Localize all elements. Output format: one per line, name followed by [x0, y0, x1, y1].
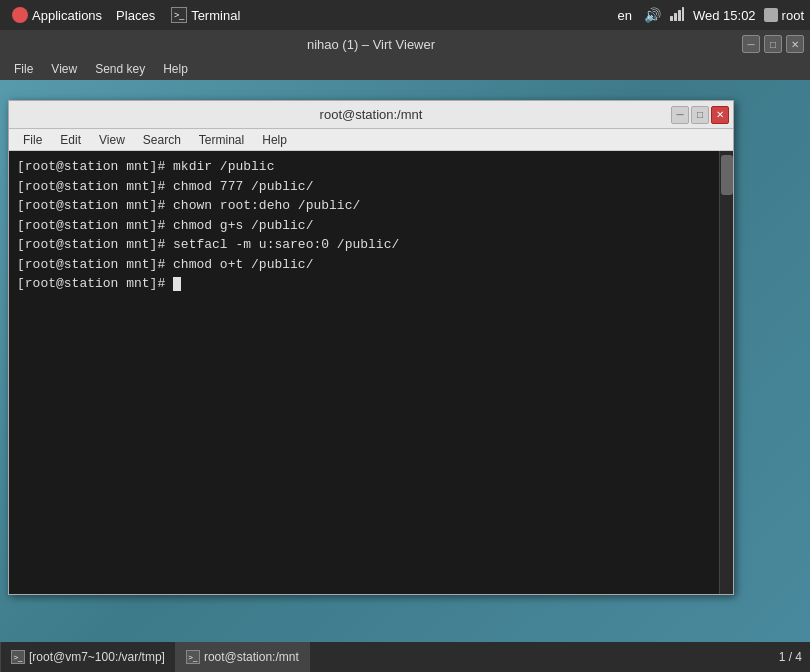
desktop: Applications Places >_ Terminal en 🔊 Wed…	[0, 0, 810, 672]
vm7-terminal-icon: >_	[11, 650, 25, 664]
terminal-menubar: File Edit View Search Terminal Help	[9, 129, 733, 151]
volume-icon[interactable]: 🔊	[644, 7, 661, 23]
network-icon[interactable]	[669, 6, 685, 25]
virt-menu-help[interactable]: Help	[155, 60, 196, 78]
station-terminal-icon: >_	[186, 650, 200, 664]
taskbar-item-station-label: root@station:/mnt	[204, 650, 299, 664]
term-menu-file[interactable]: File	[15, 131, 50, 149]
terminal-line: [root@station mnt]# chown root:deho /pub…	[17, 196, 711, 216]
terminal-maximize-button[interactable]: □	[691, 106, 709, 124]
terminal-close-button[interactable]: ✕	[711, 106, 729, 124]
term-menu-terminal[interactable]: Terminal	[191, 131, 252, 149]
taskbar-top: Applications Places >_ Terminal en 🔊 Wed…	[0, 0, 810, 30]
virt-viewer-title: nihao (1) – Virt Viewer	[0, 37, 742, 52]
svg-rect-3	[682, 7, 684, 21]
places-label: Places	[116, 8, 155, 23]
virt-viewer-titlebar: nihao (1) – Virt Viewer ─ □ ✕	[0, 30, 810, 58]
virt-viewer-maximize-button[interactable]: □	[764, 35, 782, 53]
svg-rect-0	[670, 16, 673, 21]
virt-viewer-win-controls: ─ □ ✕	[742, 35, 810, 53]
datetime-display[interactable]: Wed 15:02	[693, 8, 756, 23]
user-icon	[764, 8, 778, 22]
taskbar-item-vm7-label: [root@vm7~100:/var/tmp]	[29, 650, 165, 664]
terminal-scrollbar[interactable]	[719, 151, 733, 594]
terminal-line: [root@station mnt]# chmod g+s /public/	[17, 216, 711, 236]
svg-rect-2	[678, 10, 681, 21]
terminal-win-controls: ─ □ ✕	[671, 106, 729, 124]
user-section[interactable]: root	[764, 8, 804, 23]
taskbar-item-vm7[interactable]: >_ [root@vm7~100:/var/tmp]	[0, 642, 176, 672]
apps-icon	[12, 7, 28, 23]
terminal-scrollbar-thumb[interactable]	[721, 155, 733, 195]
terminal-scroll-area: [root@station mnt]# mkdir /public[root@s…	[9, 151, 733, 594]
places-button[interactable]: Places	[108, 6, 163, 25]
taskbar-item-station[interactable]: >_ root@station:/mnt	[176, 642, 310, 672]
terminal-taskbar-button[interactable]: >_ Terminal	[163, 5, 248, 25]
terminal-window: root@station:/mnt ─ □ ✕ File Edit View S…	[8, 100, 734, 595]
svg-rect-1	[674, 13, 677, 21]
virt-menu-file[interactable]: File	[6, 60, 41, 78]
terminal-line: [root@station mnt]#	[17, 274, 711, 294]
virt-menu-sendkey[interactable]: Send key	[87, 60, 153, 78]
term-menu-view[interactable]: View	[91, 131, 133, 149]
virt-menu-view[interactable]: View	[43, 60, 85, 78]
terminal-line: [root@station mnt]# setfacl -m u:sareo:0…	[17, 235, 711, 255]
term-menu-search[interactable]: Search	[135, 131, 189, 149]
virt-viewer-minimize-button[interactable]: ─	[742, 35, 760, 53]
terminal-line: [root@station mnt]# chmod 777 /public/	[17, 177, 711, 197]
virt-viewer-close-button[interactable]: ✕	[786, 35, 804, 53]
terminal-titlebar: root@station:/mnt ─ □ ✕	[9, 101, 733, 129]
terminal-line: [root@station mnt]# chmod o+t /public/	[17, 255, 711, 275]
terminal-line: [root@station mnt]# mkdir /public	[17, 157, 711, 177]
applications-button[interactable]: Applications	[6, 5, 108, 25]
taskbar-bottom: >_ [root@vm7~100:/var/tmp] >_ root@stati…	[0, 642, 810, 672]
taskbar-right-area: en 🔊 Wed 15:02 root	[613, 6, 804, 25]
term-menu-edit[interactable]: Edit	[52, 131, 89, 149]
terminal-label: Terminal	[191, 8, 240, 23]
page-indicator: 1 / 4	[779, 650, 810, 664]
terminal-minimize-button[interactable]: ─	[671, 106, 689, 124]
terminal-icon: >_	[171, 7, 187, 23]
page-indicator-text: 1 / 4	[779, 650, 802, 664]
terminal-title: root@station:/mnt	[320, 107, 423, 122]
terminal-cursor	[173, 277, 181, 291]
user-label: root	[782, 8, 804, 23]
term-menu-help[interactable]: Help	[254, 131, 295, 149]
virt-viewer-menubar: File View Send key Help	[0, 58, 810, 80]
applications-label: Applications	[32, 8, 102, 23]
language-indicator[interactable]: en	[613, 6, 635, 25]
terminal-body[interactable]: [root@station mnt]# mkdir /public[root@s…	[9, 151, 719, 594]
